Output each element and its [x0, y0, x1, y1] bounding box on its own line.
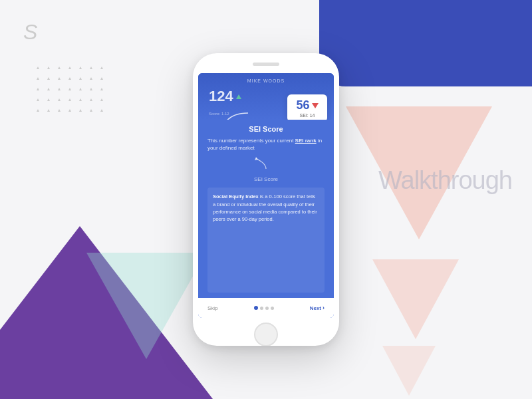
definition-bold: Social Equity Index — [213, 194, 259, 200]
bg-pink-triangle-2 — [372, 259, 459, 339]
dot-1 — [254, 306, 258, 310]
phone-screen: MIKE WOODS 124 Score: 1.12 56 SEI: 14 — [198, 73, 334, 318]
next-label: Next — [310, 305, 321, 311]
user-name-label: MIKE WOODS — [247, 78, 285, 83]
screen-main-content: SEI Score This number represents your cu… — [198, 120, 334, 298]
sei-score-title: SEI Score — [207, 125, 325, 133]
phone-home-button[interactable] — [254, 323, 278, 346]
tooltip-down-arrow-icon — [312, 103, 319, 108]
phone-speaker — [253, 63, 279, 66]
dot-3 — [265, 307, 269, 310]
tooltip-score-row: 56 — [293, 98, 322, 112]
screen-header-bg: MIKE WOODS 124 Score: 1.12 56 SEI: 14 — [198, 73, 334, 120]
sei-ref-container: SEI Score — [207, 157, 325, 184]
sei-ref-arrow-icon — [253, 157, 279, 170]
sei-description-text1: This number represents your current — [207, 138, 295, 144]
curved-arrow-icon — [218, 110, 251, 120]
sei-score-ref-label: SEI Score — [254, 176, 278, 182]
definition-box: Social Equity Index is a 0-100 score tha… — [207, 188, 325, 293]
score-row: 124 — [209, 88, 241, 105]
walkthrough-label: Walkthrough — [378, 166, 512, 195]
phone-frame: MIKE WOODS 124 Score: 1.12 56 SEI: 14 — [193, 53, 339, 346]
bg-dot-grid — [37, 66, 108, 117]
tooltip-sei-label: SEI: 14 — [293, 113, 322, 118]
bg-pink-triangle-3 — [382, 346, 436, 396]
logo-icon: S — [23, 20, 37, 45]
sei-description: This number represents your current SEI … — [207, 137, 325, 152]
sei-description-bold: SEI rank — [295, 138, 317, 144]
bg-teal-triangle — [86, 253, 206, 359]
next-chevron-icon: › — [323, 305, 325, 311]
svg-marker-1 — [255, 157, 258, 160]
score-up-arrow-icon — [236, 94, 241, 99]
bottom-nav-bar: Skip Next › — [198, 298, 334, 318]
score-number: 124 — [209, 88, 233, 105]
next-button[interactable]: Next › — [310, 305, 325, 311]
phone-device: MIKE WOODS 124 Score: 1.12 56 SEI: 14 — [193, 53, 339, 346]
pagination-dots — [254, 306, 274, 310]
tooltip-score-number: 56 — [296, 98, 309, 112]
skip-button[interactable]: Skip — [207, 305, 218, 311]
bg-blue-rect — [319, 0, 532, 86]
dot-2 — [260, 307, 263, 310]
dot-4 — [271, 307, 274, 310]
tooltip-card: 56 SEI: 14 — [287, 94, 327, 120]
definition-text: Social Equity Index is a 0-100 score tha… — [213, 193, 319, 223]
